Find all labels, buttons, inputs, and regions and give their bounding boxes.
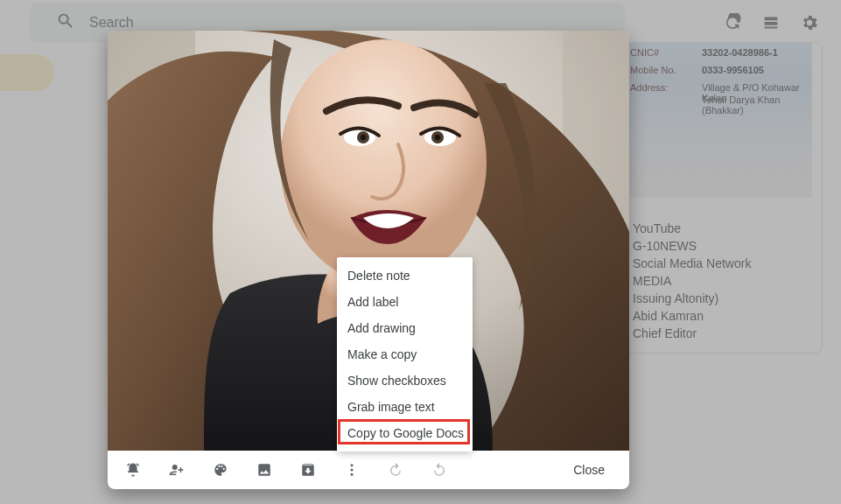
menu-add-label[interactable]: Add label bbox=[337, 289, 473, 315]
menu-grab-image-text[interactable]: Grab image text bbox=[337, 394, 473, 420]
menu-make-a-copy[interactable]: Make a copy bbox=[337, 341, 473, 368]
svg-point-3 bbox=[280, 39, 487, 284]
svg-point-9 bbox=[435, 135, 440, 140]
redo-button[interactable] bbox=[417, 451, 461, 489]
image-button[interactable] bbox=[242, 451, 286, 489]
menu-copy-to-google-docs[interactable]: Copy to Google Docs bbox=[337, 420, 473, 446]
modal-toolbar: Close bbox=[108, 451, 629, 489]
collaborator-button[interactable] bbox=[155, 451, 199, 489]
menu-show-checkboxes[interactable]: Show checkboxes bbox=[337, 368, 473, 394]
close-button[interactable]: Close bbox=[557, 456, 620, 484]
menu-delete-note[interactable]: Delete note bbox=[337, 262, 473, 289]
menu-add-drawing[interactable]: Add drawing bbox=[337, 315, 473, 341]
svg-point-11 bbox=[351, 469, 354, 472]
svg-point-6 bbox=[361, 135, 366, 140]
color-button[interactable] bbox=[199, 451, 242, 489]
archive-button[interactable] bbox=[286, 451, 330, 489]
remind-me-button[interactable] bbox=[111, 451, 155, 489]
more-menu: Delete note Add label Add drawing Make a… bbox=[337, 257, 473, 452]
more-button[interactable] bbox=[330, 451, 374, 489]
svg-point-10 bbox=[351, 464, 354, 466]
svg-point-12 bbox=[351, 473, 354, 476]
undo-button[interactable] bbox=[374, 451, 417, 489]
